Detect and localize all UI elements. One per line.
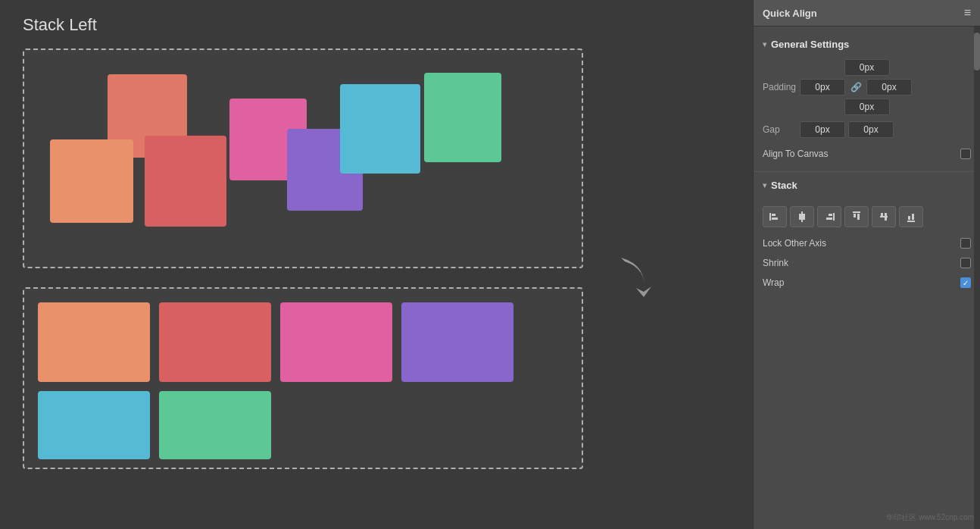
result-sq-3 bbox=[280, 302, 392, 382]
shrink-checkbox[interactable] bbox=[960, 258, 971, 268]
stack-section-header[interactable]: ▾ Stack bbox=[754, 175, 980, 196]
stack-middle-h-button[interactable] bbox=[872, 206, 896, 227]
padding-label: Padding bbox=[763, 82, 797, 92]
stack-right-button[interactable] bbox=[817, 206, 841, 227]
panel-scroll[interactable]: ▾ General Settings Padding 🔗 bbox=[754, 27, 980, 305]
stack-content: Lock Other Axis Shrink Wrap bbox=[754, 196, 980, 297]
shape-orange bbox=[50, 139, 133, 223]
divider-1 bbox=[754, 171, 980, 172]
gap-row: Gap bbox=[763, 121, 971, 138]
svg-rect-9 bbox=[853, 211, 860, 213]
svg-rect-15 bbox=[907, 221, 915, 222]
padding-left-input[interactable] bbox=[800, 79, 845, 95]
svg-rect-4 bbox=[799, 214, 801, 220]
svg-rect-1 bbox=[772, 214, 776, 216]
padding-top-row bbox=[763, 59, 971, 76]
result-sq-5 bbox=[38, 391, 150, 459]
general-settings-content: Padding 🔗 Gap Align To Canvas bbox=[754, 55, 980, 168]
svg-rect-11 bbox=[857, 214, 860, 220]
lock-other-axis-label: Lock Other Axis bbox=[763, 238, 826, 249]
svg-rect-10 bbox=[854, 214, 856, 218]
padding-middle-row: Padding 🔗 bbox=[763, 79, 971, 95]
shrink-row: Shrink bbox=[763, 253, 971, 273]
general-settings-label: General Settings bbox=[771, 39, 849, 50]
wrap-checkbox[interactable] bbox=[960, 277, 971, 288]
stack-left-button[interactable] bbox=[763, 206, 787, 227]
chevron-down-icon-2: ▾ bbox=[763, 181, 766, 189]
shrink-label: Shrink bbox=[763, 258, 788, 268]
bottom-canvas-box bbox=[23, 287, 583, 469]
svg-rect-17 bbox=[912, 214, 914, 220]
svg-rect-16 bbox=[908, 216, 910, 220]
stack-bottom-button[interactable] bbox=[899, 206, 923, 227]
gap-x-input[interactable] bbox=[800, 121, 845, 138]
svg-rect-13 bbox=[881, 213, 883, 216]
gap-y-input[interactable] bbox=[848, 121, 894, 138]
stack-center-v-button[interactable] bbox=[790, 206, 814, 227]
svg-rect-7 bbox=[829, 214, 832, 216]
align-to-canvas-row: Align To Canvas bbox=[763, 144, 971, 164]
align-to-canvas-label: Align To Canvas bbox=[763, 149, 829, 159]
shape-cyan bbox=[340, 84, 420, 174]
scrollbar-thumb[interactable] bbox=[974, 33, 980, 70]
result-sq-4 bbox=[401, 302, 513, 382]
result-sq-1 bbox=[38, 302, 150, 382]
padding-right-input[interactable] bbox=[866, 79, 912, 95]
padding-top-input[interactable] bbox=[844, 59, 890, 76]
lock-other-axis-row: Lock Other Axis bbox=[763, 233, 971, 253]
right-panel: Quick Align ≡ ▾ General Settings Padding… bbox=[753, 0, 980, 529]
svg-rect-0 bbox=[769, 213, 771, 221]
lock-other-axis-checkbox[interactable] bbox=[960, 238, 971, 249]
panel-header: Quick Align ≡ bbox=[754, 0, 980, 27]
panel-title: Quick Align bbox=[763, 8, 817, 19]
top-canvas-box bbox=[23, 49, 583, 268]
panel-menu-icon[interactable]: ≡ bbox=[964, 6, 971, 20]
general-settings-section-header[interactable]: ▾ General Settings bbox=[754, 34, 980, 55]
gap-label: Gap bbox=[763, 124, 797, 135]
svg-rect-8 bbox=[826, 218, 832, 220]
page-title: Stack Left bbox=[23, 15, 730, 35]
result-sq-2 bbox=[159, 302, 271, 382]
stack-buttons-row bbox=[763, 200, 971, 233]
shape-green bbox=[424, 73, 501, 162]
wrap-label: Wrap bbox=[763, 277, 784, 288]
scrollbar-track[interactable] bbox=[974, 27, 980, 529]
top-shapes-container bbox=[39, 65, 566, 252]
svg-rect-6 bbox=[833, 213, 835, 221]
arrow-container bbox=[598, 250, 659, 311]
wrap-row: Wrap bbox=[763, 273, 971, 293]
watermark: 华印社区 www.52cnp.com bbox=[886, 512, 974, 523]
shape-pink-red bbox=[145, 136, 226, 227]
stack-arrow-icon bbox=[598, 250, 659, 311]
result-sq-6 bbox=[159, 391, 271, 459]
align-to-canvas-checkbox[interactable] bbox=[960, 149, 971, 159]
padding-bottom-row bbox=[763, 99, 971, 115]
svg-rect-3 bbox=[801, 211, 803, 222]
main-area: Stack Left bbox=[0, 0, 753, 529]
stack-top-button[interactable] bbox=[844, 206, 869, 227]
stack-label: Stack bbox=[771, 180, 797, 191]
svg-rect-2 bbox=[772, 218, 778, 220]
padding-bottom-input[interactable] bbox=[844, 99, 890, 115]
svg-rect-5 bbox=[803, 214, 805, 220]
chevron-down-icon: ▾ bbox=[763, 40, 766, 49]
svg-rect-14 bbox=[885, 213, 887, 221]
link-icon[interactable]: 🔗 bbox=[848, 82, 863, 92]
